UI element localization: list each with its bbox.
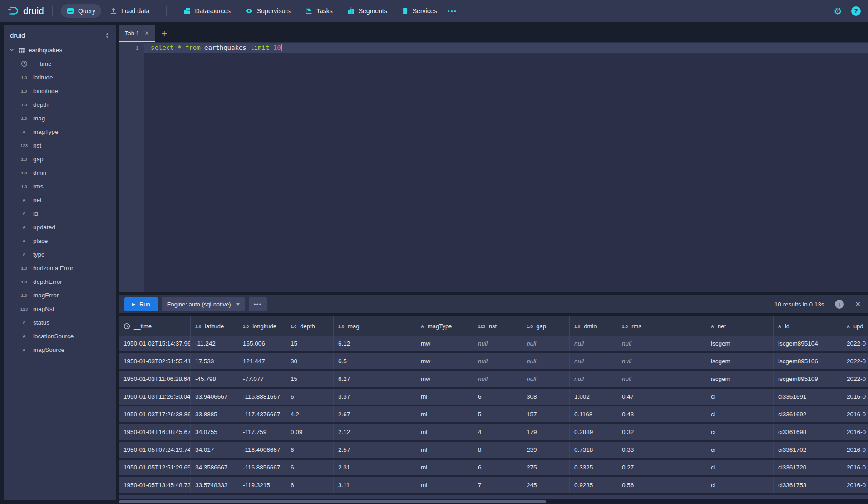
- add-tab-button[interactable]: +: [155, 25, 173, 42]
- table-cell[interactable]: 121.447: [238, 353, 286, 369]
- table-cell[interactable]: 1950-01-05T13:45:48.730Z: [119, 477, 191, 493]
- help-icon[interactable]: ?: [851, 6, 861, 16]
- table-cell[interactable]: mw: [416, 336, 473, 351]
- table-cell[interactable]: -119.3215: [238, 477, 286, 493]
- nav-item-supervisors[interactable]: Supervisors: [239, 4, 296, 18]
- table-cell[interactable]: mw: [416, 353, 473, 369]
- table-cell[interactable]: 0.43: [617, 406, 706, 422]
- sidebar-column-status[interactable]: Astatus: [4, 316, 116, 329]
- table-cell[interactable]: 157: [522, 406, 570, 422]
- sidebar-column-magerror[interactable]: 1.0magError: [4, 288, 116, 302]
- table-cell[interactable]: 17.533: [191, 353, 238, 369]
- download-icon[interactable]: ↓: [835, 300, 844, 309]
- table-cell[interactable]: mw: [416, 371, 473, 387]
- sidebar-column-updated[interactable]: Aupdated: [4, 220, 116, 234]
- nav-more-button[interactable]: •••: [443, 7, 462, 15]
- table-cell[interactable]: 2022-0: [842, 336, 868, 351]
- sidebar-column-rms[interactable]: 1.0rms: [4, 179, 116, 193]
- sidebar-item-earthquakes[interactable]: earthquakes: [4, 43, 116, 57]
- table-cell[interactable]: 1950-01-04T16:38:45.670Z: [119, 424, 191, 440]
- druid-logo[interactable]: druid: [7, 5, 44, 17]
- table-cell[interactable]: 2016-0: [842, 424, 868, 440]
- table-cell[interactable]: 1950-01-03T11:06:28.640Z: [119, 371, 191, 387]
- table-cell[interactable]: 0.1168: [570, 406, 617, 422]
- results-header-upd[interactable]: Aupd: [842, 316, 868, 336]
- table-cell[interactable]: iscgem895109: [774, 371, 842, 387]
- table-cell[interactable]: iscgem: [706, 336, 774, 351]
- table-cell[interactable]: 33.5748333: [191, 477, 238, 493]
- table-cell[interactable]: ci3361698: [774, 424, 842, 440]
- run-button[interactable]: ▶ Run: [124, 297, 158, 311]
- results-header-id[interactable]: Aid: [774, 316, 842, 336]
- table-cell[interactable]: 6.5: [334, 353, 416, 369]
- table-cell[interactable]: 1950-01-03T17:26:38.860Z: [119, 406, 191, 422]
- table-cell[interactable]: ci3361753: [774, 477, 842, 493]
- table-cell[interactable]: 6: [286, 389, 334, 405]
- table-cell[interactable]: null: [570, 371, 617, 387]
- close-results-icon[interactable]: ✕: [855, 300, 861, 308]
- table-cell[interactable]: 15: [286, 371, 334, 387]
- results-header-dmin[interactable]: 1.0dmin: [570, 316, 617, 336]
- sidebar-column-latitude[interactable]: 1.0latitude: [4, 70, 116, 84]
- table-cell[interactable]: ci: [706, 424, 774, 440]
- table-cell[interactable]: 2016-0: [842, 460, 868, 475]
- table-cell[interactable]: 0.9235: [570, 477, 617, 493]
- table-cell[interactable]: 245: [522, 477, 570, 493]
- table-cell[interactable]: 5: [473, 406, 522, 422]
- sidebar-column-net[interactable]: Anet: [4, 193, 116, 207]
- table-cell[interactable]: 1950-01-03T11:26:30.040Z: [119, 389, 191, 405]
- table-cell[interactable]: 2.31: [334, 460, 416, 475]
- table-cell[interactable]: -11.242: [191, 336, 238, 351]
- table-cell[interactable]: -117.759: [238, 424, 286, 440]
- sidebar-column-id[interactable]: Aid: [4, 207, 116, 220]
- table-cell[interactable]: ci3361702: [774, 442, 842, 458]
- table-cell[interactable]: 165.006: [238, 336, 286, 351]
- table-cell[interactable]: 2016-0: [842, 477, 868, 493]
- table-cell[interactable]: -115.8881667: [238, 389, 286, 405]
- table-cell[interactable]: 7: [473, 477, 522, 493]
- table-cell[interactable]: 0.09: [286, 424, 334, 440]
- sidebar-column--time[interactable]: __time: [4, 57, 116, 70]
- nav-item-segments[interactable]: Segments: [341, 4, 393, 18]
- table-cell[interactable]: 6: [473, 460, 522, 475]
- table-cell[interactable]: 2016-0: [842, 389, 868, 405]
- results-header-rms[interactable]: 1.0rms: [617, 316, 706, 336]
- nav-item-datasources[interactable]: Datasources: [178, 4, 237, 18]
- table-cell[interactable]: 2016-0: [842, 406, 868, 422]
- table-cell[interactable]: ml: [416, 442, 473, 458]
- table-cell[interactable]: -77.077: [238, 371, 286, 387]
- table-cell[interactable]: ml: [416, 424, 473, 440]
- table-cell[interactable]: -116.8856667: [238, 460, 286, 475]
- results-header-nst[interactable]: 123nst: [473, 316, 522, 336]
- results-header-magtype[interactable]: AmagType: [416, 316, 473, 336]
- nav-item-load-data[interactable]: Load data: [104, 4, 155, 18]
- table-cell[interactable]: 275: [522, 460, 570, 475]
- table-cell[interactable]: ci: [706, 442, 774, 458]
- table-cell[interactable]: 1950-01-05T07:24:19.740Z: [119, 442, 191, 458]
- table-cell[interactable]: iscgem895106: [774, 353, 842, 369]
- table-cell[interactable]: null: [570, 336, 617, 351]
- table-cell[interactable]: 1.002: [570, 389, 617, 405]
- table-cell[interactable]: 0.56: [617, 477, 706, 493]
- table-cell[interactable]: 308: [522, 389, 570, 405]
- table-cell[interactable]: iscgem: [706, 371, 774, 387]
- table-cell[interactable]: 6.27: [334, 371, 416, 387]
- table-cell[interactable]: ci3361720: [774, 460, 842, 475]
- results-header-net[interactable]: Anet: [706, 316, 774, 336]
- table-cell[interactable]: 0.27: [617, 460, 706, 475]
- table-cell[interactable]: null: [522, 336, 570, 351]
- table-cell[interactable]: null: [473, 371, 522, 387]
- table-cell[interactable]: ml: [416, 460, 473, 475]
- table-cell[interactable]: iscgem: [706, 353, 774, 369]
- table-cell[interactable]: ml: [416, 406, 473, 422]
- table-cell[interactable]: null: [522, 353, 570, 369]
- table-cell[interactable]: -45.798: [191, 371, 238, 387]
- table-cell[interactable]: 34.3586667: [191, 460, 238, 475]
- table-cell[interactable]: null: [473, 336, 522, 351]
- table-cell[interactable]: null: [522, 371, 570, 387]
- results-header-mag[interactable]: 1.0mag: [334, 316, 416, 336]
- table-cell[interactable]: 6: [286, 442, 334, 458]
- table-cell[interactable]: -117.4376667: [238, 406, 286, 422]
- table-cell[interactable]: 3.37: [334, 389, 416, 405]
- sidebar-column-dmin[interactable]: 1.0dmin: [4, 166, 116, 179]
